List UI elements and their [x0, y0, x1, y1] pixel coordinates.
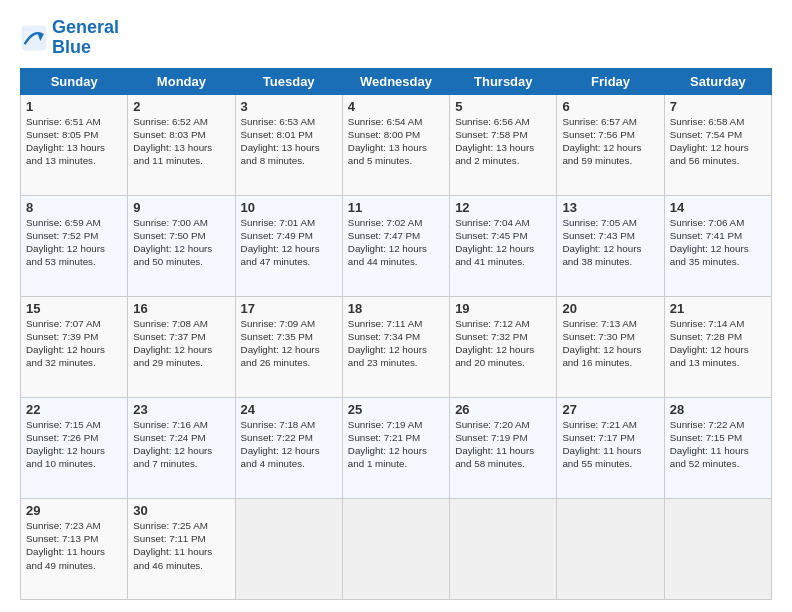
table-row: 12Sunrise: 7:04 AMSunset: 7:45 PMDayligh… — [450, 195, 557, 296]
table-row: 24Sunrise: 7:18 AMSunset: 7:22 PMDayligh… — [235, 397, 342, 498]
day-info: Sunrise: 6:59 AMSunset: 7:52 PMDaylight:… — [26, 216, 122, 269]
day-number: 14 — [670, 200, 766, 215]
table-row: 5Sunrise: 6:56 AMSunset: 7:58 PMDaylight… — [450, 94, 557, 195]
day-info: Sunrise: 7:06 AMSunset: 7:41 PMDaylight:… — [670, 216, 766, 269]
svg-rect-0 — [22, 25, 47, 50]
day-info: Sunrise: 7:20 AMSunset: 7:19 PMDaylight:… — [455, 418, 551, 471]
day-info: Sunrise: 7:09 AMSunset: 7:35 PMDaylight:… — [241, 317, 337, 370]
day-number: 2 — [133, 99, 229, 114]
table-row: 19Sunrise: 7:12 AMSunset: 7:32 PMDayligh… — [450, 296, 557, 397]
day-info: Sunrise: 7:19 AMSunset: 7:21 PMDaylight:… — [348, 418, 444, 471]
day-number: 22 — [26, 402, 122, 417]
table-row: 1Sunrise: 6:51 AMSunset: 8:05 PMDaylight… — [21, 94, 128, 195]
calendar-table: Sunday Monday Tuesday Wednesday Thursday… — [20, 68, 772, 600]
day-info: Sunrise: 6:57 AMSunset: 7:56 PMDaylight:… — [562, 115, 658, 168]
day-number: 26 — [455, 402, 551, 417]
day-info: Sunrise: 7:16 AMSunset: 7:24 PMDaylight:… — [133, 418, 229, 471]
day-number: 10 — [241, 200, 337, 215]
day-number: 21 — [670, 301, 766, 316]
table-row: 2Sunrise: 6:52 AMSunset: 8:03 PMDaylight… — [128, 94, 235, 195]
col-friday: Friday — [557, 68, 664, 94]
table-row: 20Sunrise: 7:13 AMSunset: 7:30 PMDayligh… — [557, 296, 664, 397]
table-row: 4Sunrise: 6:54 AMSunset: 8:00 PMDaylight… — [342, 94, 449, 195]
day-number: 12 — [455, 200, 551, 215]
day-number: 20 — [562, 301, 658, 316]
table-row: 7Sunrise: 6:58 AMSunset: 7:54 PMDaylight… — [664, 94, 771, 195]
header: General Blue — [20, 18, 772, 58]
logo-icon — [20, 24, 48, 52]
table-row: 27Sunrise: 7:21 AMSunset: 7:17 PMDayligh… — [557, 397, 664, 498]
day-info: Sunrise: 7:21 AMSunset: 7:17 PMDaylight:… — [562, 418, 658, 471]
day-number: 11 — [348, 200, 444, 215]
table-row: 15Sunrise: 7:07 AMSunset: 7:39 PMDayligh… — [21, 296, 128, 397]
table-row — [664, 498, 771, 599]
day-number: 15 — [26, 301, 122, 316]
day-info: Sunrise: 6:52 AMSunset: 8:03 PMDaylight:… — [133, 115, 229, 168]
table-row: 11Sunrise: 7:02 AMSunset: 7:47 PMDayligh… — [342, 195, 449, 296]
table-row: 3Sunrise: 6:53 AMSunset: 8:01 PMDaylight… — [235, 94, 342, 195]
week-row-2: 8Sunrise: 6:59 AMSunset: 7:52 PMDaylight… — [21, 195, 772, 296]
day-info: Sunrise: 7:13 AMSunset: 7:30 PMDaylight:… — [562, 317, 658, 370]
col-monday: Monday — [128, 68, 235, 94]
week-row-1: 1Sunrise: 6:51 AMSunset: 8:05 PMDaylight… — [21, 94, 772, 195]
day-number: 18 — [348, 301, 444, 316]
day-info: Sunrise: 6:58 AMSunset: 7:54 PMDaylight:… — [670, 115, 766, 168]
day-info: Sunrise: 6:53 AMSunset: 8:01 PMDaylight:… — [241, 115, 337, 168]
day-info: Sunrise: 7:07 AMSunset: 7:39 PMDaylight:… — [26, 317, 122, 370]
table-row: 21Sunrise: 7:14 AMSunset: 7:28 PMDayligh… — [664, 296, 771, 397]
day-info: Sunrise: 7:00 AMSunset: 7:50 PMDaylight:… — [133, 216, 229, 269]
table-row: 17Sunrise: 7:09 AMSunset: 7:35 PMDayligh… — [235, 296, 342, 397]
table-row: 14Sunrise: 7:06 AMSunset: 7:41 PMDayligh… — [664, 195, 771, 296]
table-row: 30Sunrise: 7:25 AMSunset: 7:11 PMDayligh… — [128, 498, 235, 599]
day-number: 30 — [133, 503, 229, 518]
day-number: 28 — [670, 402, 766, 417]
day-number: 1 — [26, 99, 122, 114]
day-info: Sunrise: 7:04 AMSunset: 7:45 PMDaylight:… — [455, 216, 551, 269]
table-row: 8Sunrise: 6:59 AMSunset: 7:52 PMDaylight… — [21, 195, 128, 296]
day-info: Sunrise: 6:51 AMSunset: 8:05 PMDaylight:… — [26, 115, 122, 168]
day-info: Sunrise: 7:25 AMSunset: 7:11 PMDaylight:… — [133, 519, 229, 572]
logo-text: General Blue — [52, 18, 119, 58]
day-number: 25 — [348, 402, 444, 417]
day-info: Sunrise: 7:23 AMSunset: 7:13 PMDaylight:… — [26, 519, 122, 572]
col-thursday: Thursday — [450, 68, 557, 94]
table-row — [235, 498, 342, 599]
day-info: Sunrise: 7:02 AMSunset: 7:47 PMDaylight:… — [348, 216, 444, 269]
day-info: Sunrise: 7:15 AMSunset: 7:26 PMDaylight:… — [26, 418, 122, 471]
table-row: 26Sunrise: 7:20 AMSunset: 7:19 PMDayligh… — [450, 397, 557, 498]
table-row: 29Sunrise: 7:23 AMSunset: 7:13 PMDayligh… — [21, 498, 128, 599]
day-number: 9 — [133, 200, 229, 215]
table-row — [342, 498, 449, 599]
table-row: 28Sunrise: 7:22 AMSunset: 7:15 PMDayligh… — [664, 397, 771, 498]
col-wednesday: Wednesday — [342, 68, 449, 94]
page: General Blue Sunday Monday Tuesday Wedne… — [0, 0, 792, 612]
table-row — [450, 498, 557, 599]
day-number: 29 — [26, 503, 122, 518]
table-row: 9Sunrise: 7:00 AMSunset: 7:50 PMDaylight… — [128, 195, 235, 296]
day-number: 7 — [670, 99, 766, 114]
day-info: Sunrise: 7:05 AMSunset: 7:43 PMDaylight:… — [562, 216, 658, 269]
day-info: Sunrise: 7:12 AMSunset: 7:32 PMDaylight:… — [455, 317, 551, 370]
day-number: 27 — [562, 402, 658, 417]
col-saturday: Saturday — [664, 68, 771, 94]
day-number: 5 — [455, 99, 551, 114]
day-number: 13 — [562, 200, 658, 215]
day-number: 3 — [241, 99, 337, 114]
day-info: Sunrise: 6:56 AMSunset: 7:58 PMDaylight:… — [455, 115, 551, 168]
day-info: Sunrise: 7:22 AMSunset: 7:15 PMDaylight:… — [670, 418, 766, 471]
day-info: Sunrise: 7:01 AMSunset: 7:49 PMDaylight:… — [241, 216, 337, 269]
table-row: 10Sunrise: 7:01 AMSunset: 7:49 PMDayligh… — [235, 195, 342, 296]
day-number: 8 — [26, 200, 122, 215]
table-row: 13Sunrise: 7:05 AMSunset: 7:43 PMDayligh… — [557, 195, 664, 296]
col-tuesday: Tuesday — [235, 68, 342, 94]
table-row: 25Sunrise: 7:19 AMSunset: 7:21 PMDayligh… — [342, 397, 449, 498]
day-number: 6 — [562, 99, 658, 114]
table-row — [557, 498, 664, 599]
day-number: 19 — [455, 301, 551, 316]
table-row: 16Sunrise: 7:08 AMSunset: 7:37 PMDayligh… — [128, 296, 235, 397]
table-row: 6Sunrise: 6:57 AMSunset: 7:56 PMDaylight… — [557, 94, 664, 195]
table-row: 18Sunrise: 7:11 AMSunset: 7:34 PMDayligh… — [342, 296, 449, 397]
table-row: 22Sunrise: 7:15 AMSunset: 7:26 PMDayligh… — [21, 397, 128, 498]
week-row-4: 22Sunrise: 7:15 AMSunset: 7:26 PMDayligh… — [21, 397, 772, 498]
week-row-5: 29Sunrise: 7:23 AMSunset: 7:13 PMDayligh… — [21, 498, 772, 599]
